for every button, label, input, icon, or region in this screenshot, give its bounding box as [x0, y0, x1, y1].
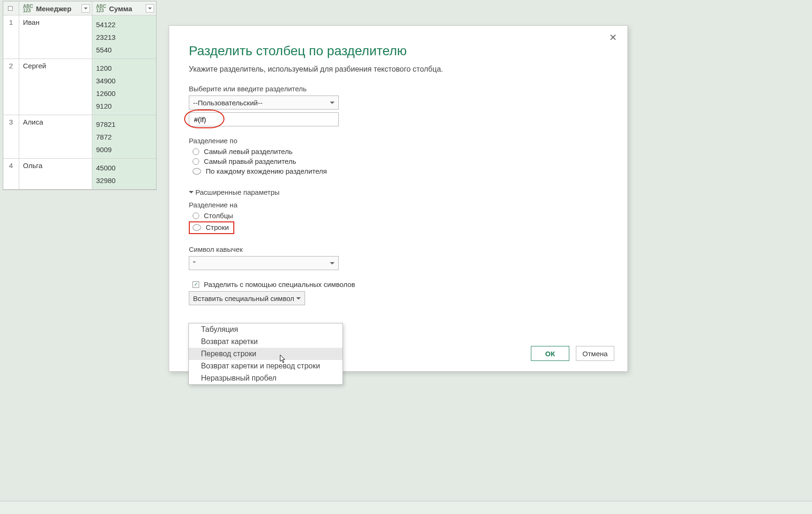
mouse-cursor-icon	[280, 354, 286, 364]
cell-manager[interactable]: Ольга	[19, 159, 92, 190]
chevron-down-icon	[330, 102, 335, 106]
row-index: 4	[3, 159, 19, 190]
row-index: 1	[3, 15, 19, 59]
delimiter-label: Выберите или введите разделитель	[189, 85, 608, 93]
row-header-corner[interactable]	[3, 1, 19, 15]
radio-into-rows-highlight: Строки	[189, 221, 234, 234]
checkbox-icon	[193, 281, 199, 288]
cell-sum[interactable]: 9782178729009	[92, 115, 156, 159]
delimiter-input[interactable]	[189, 112, 339, 126]
dialog-title: Разделить столбец по разделителю	[189, 44, 608, 59]
special-menu-item[interactable]: Неразрывный пробел	[189, 372, 343, 384]
table-row[interactable]: 3Алиса9782178729009	[3, 115, 156, 159]
triangle-down-icon	[189, 191, 194, 196]
cell-sum[interactable]: 4500032980	[92, 159, 156, 190]
radio-into-cols[interactable]: Столбцы	[193, 212, 608, 220]
filter-dropdown-icon[interactable]	[146, 4, 154, 13]
special-menu-item[interactable]: Возврат каретки и перевод строки	[189, 360, 343, 372]
quote-label: Символ кавычек	[189, 245, 608, 253]
filter-dropdown-icon[interactable]	[82, 4, 90, 13]
col-header-label: Сумма	[109, 5, 132, 13]
radio-into-rows[interactable]: Строки	[193, 223, 229, 231]
col-header-sum[interactable]: ABC 123 Сумма	[92, 1, 156, 15]
close-icon[interactable]: ✕	[607, 31, 619, 44]
cell-manager[interactable]: Алиса	[19, 115, 92, 159]
insert-special-select[interactable]: Вставить специальный символ	[189, 291, 305, 305]
cell-sum[interactable]: 120034900126009120	[92, 59, 156, 115]
status-bar	[0, 501, 812, 514]
cell-manager[interactable]: Сергей	[19, 59, 92, 115]
chevron-down-icon	[296, 297, 301, 302]
col-header-manager[interactable]: ABC 123 Менеджер	[19, 1, 92, 15]
special-menu-item[interactable]: Возврат каретки	[189, 336, 343, 348]
row-index: 2	[3, 59, 19, 115]
quote-select[interactable]: "	[189, 256, 339, 270]
table-row[interactable]: 1Иван54122232135540	[3, 15, 156, 59]
radio-leftmost[interactable]: Самый левый разделитель	[193, 147, 608, 155]
dialog-subtitle: Укажите разделитель, используемый для ра…	[189, 65, 608, 73]
cell-manager[interactable]: Иван	[19, 15, 92, 59]
table-row[interactable]: 4Ольга4500032980	[3, 159, 156, 190]
special-menu-item[interactable]: Табуляция	[189, 323, 343, 336]
col-header-label: Менеджер	[36, 5, 72, 13]
advanced-toggle[interactable]: Расширенные параметры	[189, 188, 608, 196]
split-column-dialog: ✕ Разделить столбец по разделителю Укажи…	[169, 25, 628, 372]
split-by-label: Разделение по	[189, 137, 608, 145]
cancel-button[interactable]: Отмена	[576, 346, 614, 361]
radio-rightmost[interactable]: Самый правый разделитель	[193, 157, 608, 165]
delimiter-select[interactable]: --Пользовательский--	[189, 95, 339, 110]
data-table: ABC 123 Менеджер ABC 123 Сумма 1Иван5412…	[3, 1, 156, 190]
radio-each[interactable]: По каждому вхождению разделителя	[193, 167, 608, 175]
special-char-menu: ТабуляцияВозврат кареткиПеревод строкиВо…	[188, 323, 343, 385]
special-menu-item[interactable]: Перевод строки	[189, 348, 343, 360]
row-index: 3	[3, 115, 19, 159]
special-char-checkbox-row[interactable]: Разделить с помощью специальных символов	[193, 280, 608, 288]
cell-sum[interactable]: 54122232135540	[92, 15, 156, 59]
split-into-label: Разделение на	[189, 201, 608, 209]
chevron-down-icon	[330, 262, 335, 267]
ok-button[interactable]: ОК	[531, 346, 569, 361]
table-row[interactable]: 2Сергей120034900126009120	[3, 59, 156, 115]
